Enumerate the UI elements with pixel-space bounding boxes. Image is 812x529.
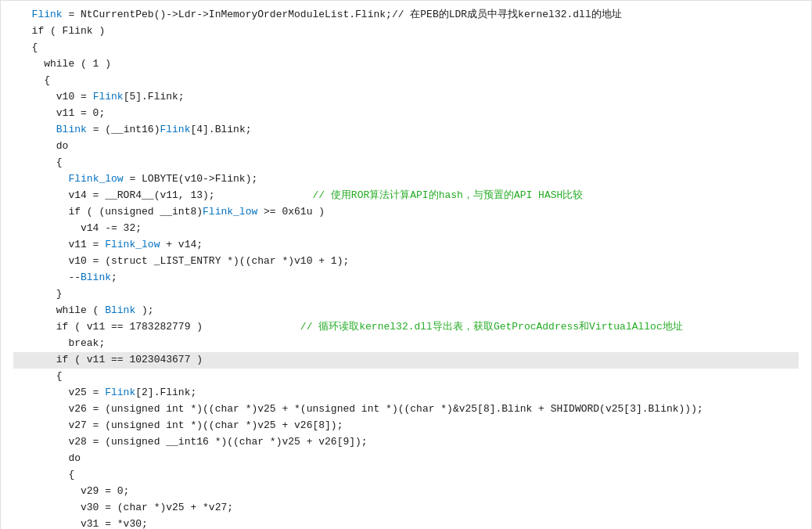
- code-line: do: [13, 451, 799, 467]
- code-token: [5].Flink;: [124, 91, 185, 103]
- code-token: = LOBYTE(v10->Flink);: [124, 173, 258, 185]
- code-token: v14 = __ROR4__(v11, 13);: [20, 189, 215, 201]
- code-line: v25 = Flink[2].Flink;: [13, 385, 799, 401]
- code-line: if ( Flink ): [13, 23, 799, 40]
- code-token: v14 -= 32;: [20, 222, 142, 234]
- code-token: Flink: [20, 9, 63, 20]
- code-block: Flink = NtCurrentPeb()->Ldr->InMemoryOrd…: [1, 7, 811, 529]
- code-token: v31 = *v30;: [20, 518, 148, 529]
- code-line: {: [13, 155, 799, 171]
- code-line: Blink = (__int16)Flink[4].Blink;: [13, 122, 799, 139]
- code-token: [2].Flink;: [135, 387, 196, 398]
- code-token: }: [20, 288, 63, 300]
- code-token: --: [20, 272, 81, 283]
- code-token: Flink_low: [203, 206, 257, 218]
- code-token: v11 = 0;: [20, 107, 105, 119]
- code-token: Flink: [93, 91, 124, 103]
- code-token: [4].Blink;: [190, 124, 251, 135]
- code-token: );: [135, 304, 153, 316]
- code-container: Flink = NtCurrentPeb()->Ldr->InMemoryOrd…: [0, 0, 812, 529]
- code-line: v14 = __ROR4__(v11, 13); // 使用ROR算法计算API…: [13, 188, 799, 204]
- code-token: if ( v11 == 1783282779 ): [20, 321, 203, 333]
- code-line: v10 = Flink[5].Flink;: [13, 89, 799, 106]
- code-line: {: [13, 40, 799, 56]
- code-token: while (: [20, 304, 105, 316]
- code-line: Flink_low = LOBYTE(v10->Flink);: [13, 171, 799, 188]
- code-token: {: [20, 157, 63, 168]
- code-token: Blink: [105, 304, 135, 316]
- code-token: if ( Flink ): [20, 25, 105, 37]
- code-token: + v14;: [160, 239, 203, 250]
- code-line: v30 = (char *)v25 + *v27;: [13, 500, 799, 516]
- code-line: v26 = (unsigned int *)((char *)v25 + *(u…: [13, 401, 799, 418]
- code-line: v29 = 0;: [13, 484, 799, 500]
- code-line: while ( Blink );: [13, 303, 799, 319]
- code-token: v30 = (char *)v25 + *v27;: [20, 502, 233, 513]
- code-line: if ( v11 == 1023043677 ): [13, 352, 799, 369]
- code-token: {: [20, 41, 38, 53]
- code-token: break;: [20, 337, 105, 349]
- code-token: Blink: [56, 124, 87, 135]
- code-token: v29 = 0;: [20, 485, 129, 497]
- code-token: do: [20, 140, 68, 152]
- code-line: v14 -= 32;: [13, 221, 799, 237]
- code-token: Flink: [105, 387, 135, 398]
- code-token: [20, 173, 68, 185]
- code-token: v10 =: [20, 91, 93, 103]
- code-line: --Blink;: [13, 270, 799, 286]
- code-token: = (__int16): [87, 124, 160, 135]
- code-line: v11 = Flink_low + v14;: [13, 237, 799, 254]
- code-line: v27 = (unsigned int *)((char *)v25 + v26…: [13, 418, 799, 434]
- code-token: v11 =: [20, 239, 105, 250]
- code-token: // 使用ROR算法计算API的hash，与预置的API HASH比较: [215, 189, 584, 201]
- code-token: // 循环读取kernel32.dll导出表，获取GetProcAddress和…: [203, 321, 683, 333]
- code-line: if ( v11 == 1783282779 ) // 循环读取kernel32…: [13, 319, 799, 336]
- code-token: Flink_low: [68, 173, 123, 185]
- code-line: {: [13, 73, 799, 89]
- code-token: v27 = (unsigned int *)((char *)v25 + v26…: [20, 419, 343, 431]
- code-line: {: [13, 369, 799, 385]
- code-line: if ( (unsigned __int8)Flink_low >= 0x61u…: [13, 204, 799, 221]
- code-token: Blink: [81, 272, 111, 283]
- code-token: = NtCurrentPeb()->Ldr->InMemoryOrderModu…: [63, 9, 622, 20]
- code-token: v28 = (unsigned __int16 *)((char *)v25 +…: [20, 436, 368, 448]
- code-token: v26 = (unsigned int *)((char *)v25 + *(u…: [20, 403, 703, 415]
- code-token: do: [20, 452, 81, 464]
- code-token: v25 =: [20, 387, 105, 398]
- code-line: v28 = (unsigned __int16 *)((char *)v25 +…: [13, 434, 799, 451]
- code-line: }: [13, 286, 799, 303]
- code-token: Flink_low: [105, 239, 160, 250]
- code-line: do: [13, 139, 799, 155]
- code-line: v11 = 0;: [13, 106, 799, 122]
- code-token: if ( v11 == 1023043677 ): [20, 354, 203, 365]
- code-token: ;: [111, 272, 117, 283]
- code-line: while ( 1 ): [13, 56, 799, 73]
- code-token: {: [20, 370, 63, 382]
- code-line: v31 = *v30;: [13, 516, 799, 529]
- code-line: break;: [13, 336, 799, 352]
- code-token: Flink: [160, 124, 190, 135]
- code-token: while ( 1 ): [20, 58, 111, 70]
- code-token: if ( (unsigned __int8): [20, 206, 203, 218]
- code-token: {: [20, 74, 50, 86]
- code-line: {: [13, 467, 799, 484]
- code-token: v10 = (struct _LIST_ENTRY *)((char *)v10…: [20, 255, 349, 267]
- code-token: {: [20, 469, 74, 480]
- code-token: >= 0x61u ): [257, 206, 325, 218]
- code-line: Flink = NtCurrentPeb()->Ldr->InMemoryOrd…: [13, 7, 799, 23]
- code-token: [20, 124, 56, 135]
- code-line: v10 = (struct _LIST_ENTRY *)((char *)v10…: [13, 254, 799, 270]
